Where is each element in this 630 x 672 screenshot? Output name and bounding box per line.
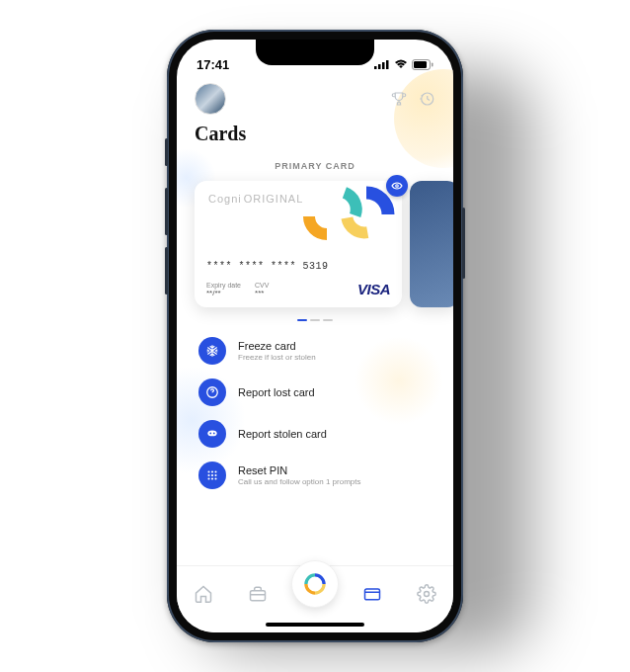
tab-cards[interactable] (353, 574, 392, 614)
page-title: Cards (195, 123, 435, 145)
svg-rect-0 (374, 66, 377, 69)
secondary-card[interactable] (410, 181, 453, 307)
svg-rect-6 (414, 61, 427, 68)
action-list: Freeze cardFreeze if lost or stolen Repo… (195, 335, 435, 491)
svg-rect-2 (382, 62, 385, 69)
svg-rect-1 (378, 64, 381, 69)
gear-icon (417, 584, 436, 604)
svg-point-19 (207, 477, 209, 479)
notch (256, 40, 374, 65)
card-art (279, 185, 398, 254)
keypad-icon (205, 468, 219, 482)
reveal-button[interactable] (386, 175, 408, 197)
card-number: **** **** **** 5319 (206, 261, 329, 272)
svg-rect-22 (250, 590, 265, 600)
action-freeze-card[interactable]: Freeze cardFreeze if lost or stolen (198, 335, 432, 367)
question-icon (205, 385, 219, 399)
avatar[interactable] (195, 83, 226, 115)
signal-icon (374, 59, 390, 69)
svg-rect-23 (365, 589, 380, 600)
svg-point-17 (211, 474, 213, 476)
svg-point-24 (424, 591, 429, 596)
tab-wallet[interactable] (238, 574, 277, 614)
tab-home[interactable] (184, 574, 223, 614)
eye-icon (391, 180, 403, 192)
action-report-lost[interactable]: Report lost card (198, 377, 432, 408)
svg-rect-5 (432, 62, 433, 66)
tab-center-logo[interactable] (291, 560, 339, 608)
briefcase-icon (248, 584, 268, 604)
trophy-icon[interactable] (390, 90, 408, 108)
section-label: PRIMARY CARD (195, 161, 435, 171)
card-icon (362, 584, 382, 604)
primary-card[interactable]: CogniORIGINAL **** **** **** 5319 Expiry… (195, 181, 402, 307)
status-icons (374, 59, 433, 70)
header (195, 83, 435, 115)
battery-icon (412, 59, 433, 70)
status-time: 17:41 (197, 57, 229, 72)
svg-point-14 (211, 470, 213, 472)
svg-point-16 (207, 474, 209, 476)
card-meta: Expiry date**/** CVV*** (206, 282, 269, 297)
home-indicator[interactable] (266, 623, 364, 627)
tab-settings[interactable] (407, 574, 446, 614)
action-report-stolen[interactable]: Report stolen card (198, 418, 432, 450)
logo-icon (302, 571, 328, 597)
svg-point-11 (209, 433, 211, 435)
svg-point-21 (214, 477, 216, 479)
svg-point-10 (207, 431, 216, 437)
card-network: VISA (357, 281, 390, 297)
svg-point-15 (214, 470, 216, 472)
svg-rect-3 (386, 60, 389, 69)
history-icon[interactable] (418, 90, 435, 108)
wifi-icon (394, 59, 408, 69)
home-icon (194, 584, 213, 604)
card-carousel[interactable]: CogniORIGINAL **** **** **** 5319 Expiry… (195, 181, 435, 307)
screen: 17:41 Cards PRIMARY CARD (177, 40, 453, 632)
pager (195, 319, 435, 321)
phone-frame: 17:41 Cards PRIMARY CARD (167, 30, 463, 642)
svg-point-13 (207, 470, 209, 472)
snowflake-icon (205, 344, 219, 358)
svg-point-18 (214, 474, 216, 476)
action-reset-pin[interactable]: Reset PINCall us and follow option 1 pro… (198, 460, 432, 491)
mask-icon (205, 427, 219, 441)
svg-point-20 (211, 477, 213, 479)
svg-point-8 (396, 185, 399, 188)
svg-point-12 (213, 433, 215, 435)
